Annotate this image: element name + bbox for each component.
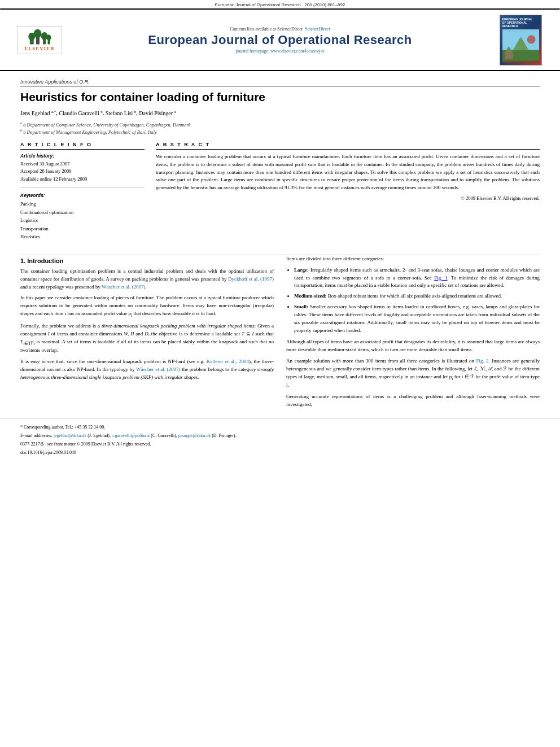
journal-title: European Journal of Operational Research [79, 33, 481, 47]
accepted-date: Accepted 28 January 2009 [20, 168, 145, 176]
section-label: Innovative Applications of O.R. [20, 79, 540, 86]
category-medium: Medium-sized: Box-shaped robust items fo… [294, 292, 540, 300]
section1-heading: 1. Introduction [20, 257, 274, 264]
keywords-label: Keywords: [20, 193, 145, 198]
info-divider [20, 187, 145, 188]
info-abstract-section: A R T I C L E I N F O Article history: R… [20, 142, 540, 241]
author-pisinger: David Pisinger a [139, 110, 176, 116]
ref-wascher[interactable]: Wäscher et al. (2007) [102, 284, 145, 290]
abstract-text: We consider a container loading problem … [156, 153, 540, 193]
email-garavelli[interactable]: c.garavelli@poliba.it [112, 433, 150, 438]
sciencedirect-anchor[interactable]: ScienceDirect [305, 27, 330, 32]
para-profit: Although all types of items have an asso… [286, 338, 540, 354]
para-scanning: Generating accurate representations of i… [286, 393, 540, 409]
affiliation-b: b b Department of Management Engineering… [20, 128, 540, 136]
authors-line: Jens Egeblad a,*, Claudio Garavelli b, S… [20, 108, 540, 117]
history-label: Article history: [20, 153, 145, 159]
cover-svg [502, 29, 539, 63]
keyword-logistics: Logistics [20, 216, 145, 224]
ejor-cover-title-text: EUROPEAN JOURNALOF OPERATIONALRESEARCH [502, 18, 539, 28]
article-info-title: A R T I C L E I N F O [20, 142, 145, 150]
footnote-issn: 0377-2217/$ - see front matter © 2009 El… [20, 441, 540, 448]
journal-top-info: European Journal of Operational Research… [0, 0, 560, 8]
abstract-title: A B S T R A C T [156, 142, 540, 150]
volume-issue: 200 (2010) 881–892 [304, 2, 345, 7]
keyword-heuristics: Heuristics [20, 233, 145, 241]
category-large: Large: Irregularly shaped items such as … [294, 267, 540, 290]
available-date: Available online 12 February 2009 [20, 176, 145, 184]
category-small: Small: Smaller accessory box-shaped item… [294, 303, 540, 335]
body-two-col: 1. Introduction The container loading op… [20, 255, 540, 412]
ref-dyckhoff[interactable]: Dyckhoff et al. (1997) [228, 276, 274, 282]
elsevier-logo-container: ELSEVIER [11, 26, 68, 54]
keyword-combinatorial: Combinatorial optimization [20, 208, 145, 216]
ejor-cover-graphic [502, 29, 539, 63]
body-col-right: Items are divided into three different c… [286, 255, 540, 412]
author-lisi: Stefano Lisi b [106, 110, 137, 116]
affiliations: a a Department of Computer Science, Univ… [20, 121, 540, 136]
elsevier-brand-text: ELSEVIER [24, 46, 55, 51]
footnote-doi: doi:10.1016/j.ejor.2009.01.048 [20, 449, 540, 456]
intro-para-1: The container loading optimization probl… [20, 268, 274, 291]
body-col-left: 1. Introduction The container loading op… [20, 255, 274, 412]
svg-rect-12 [505, 53, 513, 59]
received-date: Received 30 August 2007 [20, 160, 145, 168]
affiliation-a: a a Department of Computer Science, Univ… [20, 121, 540, 129]
categories-list: Large: Irregularly shaped items such as … [286, 267, 540, 335]
article-container: Innovative Applications of O.R. Heuristi… [0, 71, 560, 255]
email-egeblad[interactable]: jegeblad@diku.dk [54, 433, 87, 438]
footnote-corresponding: * Corresponding author. Tel.: +45 35 32 … [20, 424, 540, 431]
svg-point-7 [46, 34, 51, 40]
intro-para-2: In this paper we consider container load… [20, 294, 274, 318]
footnote-email: E-mail addresses: jegeblad@diku.dk (J. E… [20, 433, 540, 439]
elsevier-logo: ELSEVIER [17, 26, 62, 54]
article-info-col: A R T I C L E I N F O Article history: R… [20, 142, 145, 241]
sciencedirect-link[interactable]: Contents lists available at ScienceDirec… [79, 27, 481, 32]
ref-kellerer[interactable]: Kellerer et al., 2004 [207, 359, 249, 364]
corresponding-note: * Corresponding author. Tel.: +45 35 32 … [20, 425, 105, 430]
footer: * Corresponding author. Tel.: +45 35 32 … [0, 418, 560, 461]
author-egeblad: Jens Egeblad a,* [20, 110, 56, 116]
keyword-transportation: Transportation [20, 225, 145, 233]
copyright-line: © 2009 Elsevier B.V. All rights reserved… [156, 195, 540, 201]
author-garavelli: Claudio Garavelli b [59, 110, 102, 116]
ref-fig2[interactable]: Fig. 2 [476, 358, 488, 364]
elsevier-tree-icon [25, 29, 54, 46]
ejor-cover-image: EUROPEAN JOURNALOF OPERATIONALRESEARCH [500, 15, 542, 65]
svg-point-11 [527, 35, 535, 43]
article-title: Heuristics for container loading of furn… [20, 90, 540, 104]
email-pisinger[interactable]: pisinger@diku.dk [178, 433, 211, 438]
abstract-col: A B S T R A C T We consider a container … [156, 142, 540, 241]
journal-homepage: journal homepage: www.elsevier.com/locat… [79, 49, 481, 54]
ejor-cover-container: EUROPEAN JOURNALOF OPERATIONALRESEARCH [492, 15, 549, 65]
body-content: 1. Introduction The container loading op… [0, 255, 560, 412]
homepage-link[interactable]: journal homepage: www.elsevier.com/locat… [236, 49, 325, 54]
journal-volume: European Journal of Operational Research [215, 2, 301, 7]
keyword-packing: Packing [20, 200, 145, 208]
intro-para-4: It is easy to see that, since the one-di… [20, 358, 274, 382]
journal-header: ELSEVIER Contents lists available at Sci… [0, 10, 560, 71]
page: European Journal of Operational Research… [0, 0, 560, 747]
svg-point-3 [34, 29, 42, 38]
para-example: An example solution with more than 300 i… [286, 357, 540, 390]
journal-title-block: Contents lists available at ScienceDirec… [68, 27, 492, 54]
ref-wascher2[interactable]: Wäscher et al. (2007) [136, 366, 181, 372]
items-intro: Items are divided into three different c… [286, 255, 540, 263]
intro-para-3: Formally, the problem we address is a th… [20, 322, 274, 355]
ref-fig1[interactable]: Fig. 1 [434, 275, 447, 281]
